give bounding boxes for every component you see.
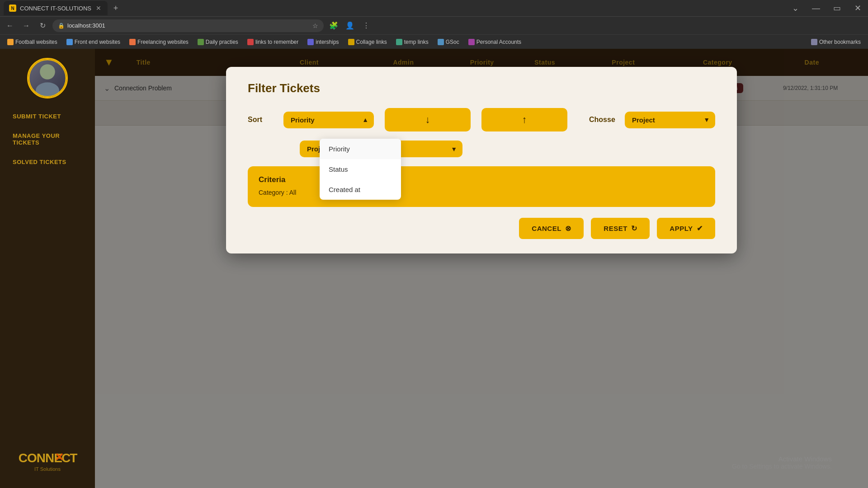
bookmark-daily[interactable]: Daily practies	[194, 37, 242, 47]
bookmark-gsoc[interactable]: GSoc	[434, 37, 463, 47]
bookmark-label: interships	[316, 39, 339, 45]
bookmark-label: Personal Accounts	[476, 39, 521, 45]
maximize-icon[interactable]: ▭	[830, 1, 844, 15]
bookmarks-bar: Football websites Front end websites Fre…	[0, 34, 868, 49]
choose-label: Chosse	[589, 116, 614, 124]
dropdown-option-status[interactable]: Status	[320, 159, 401, 179]
bookmark-temp[interactable]: temp links	[392, 37, 432, 47]
tab-favicon: N	[9, 5, 16, 12]
bookmark-label: GSoc	[446, 39, 459, 45]
svg-point-1	[36, 82, 59, 99]
minimize-icon[interactable]: —	[809, 1, 823, 15]
choose-selected-value: Project	[632, 116, 655, 124]
bookmark-favicon	[7, 39, 14, 45]
sidebar-item-manage[interactable]: MANAGE YOUR TICKETS	[5, 127, 90, 151]
tab-list-icon[interactable]: ⌄	[788, 1, 802, 15]
choose-select-wrapper: Project ▼	[625, 112, 715, 128]
bookmark-label: temp links	[404, 39, 429, 45]
bookmark-favicon	[247, 39, 254, 45]
reset-label: RESET	[604, 225, 627, 232]
sidebar-menu: SUBMIT TICKET MANAGE YOUR TICKETS SOLVED…	[0, 108, 95, 171]
sidebar-item-submit[interactable]: SUBMIT TICKET	[5, 108, 90, 125]
dropdown-option-priority[interactable]: Priority	[320, 139, 401, 159]
bookmark-label: Daily practies	[206, 39, 238, 45]
sort-select-wrapper: Priority ▲ Priority Status Created at	[283, 112, 374, 128]
forward-button[interactable]: →	[20, 19, 33, 32]
toolbar-actions: 🧩 👤 ⋮	[327, 19, 373, 32]
bookmark-favicon	[348, 39, 354, 45]
projects-row: Projects ▼	[248, 141, 715, 157]
arrow-down-icon: ↓	[425, 114, 430, 126]
bookmark-collage[interactable]: Collage links	[344, 37, 391, 47]
bookmark-football[interactable]: Football websites	[4, 37, 61, 47]
apply-button[interactable]: APPLY ✔	[657, 218, 715, 239]
main-content: ▼ Title Client Admin Priority Status Pro…	[95, 49, 868, 488]
avatar-image	[28, 59, 66, 97]
bookmark-star-icon[interactable]: ☆	[312, 22, 318, 29]
modal-overlay[interactable]: Filter Tickets Sort Priority ▲ Priority	[95, 49, 868, 488]
choose-chevron-down-icon: ▼	[703, 116, 710, 123]
bookmark-frontend[interactable]: Front end websites	[63, 37, 124, 47]
active-tab[interactable]: N CONNECT IT-SOLUTIONS ✕	[4, 1, 108, 15]
reload-button[interactable]: ↻	[36, 19, 49, 32]
logo-text: CONNE✕CT	[19, 450, 76, 465]
dropdown-option-created[interactable]: Created at	[320, 179, 401, 200]
user-avatar	[27, 58, 68, 99]
bookmark-freelancing[interactable]: Freelancing websites	[126, 37, 192, 47]
address-text: localhost:3001	[67, 22, 310, 29]
sort-label: Sort	[248, 116, 273, 124]
sort-desc-button[interactable]: ↓	[385, 108, 471, 131]
address-bar[interactable]: 🔒 localhost:3001 ☆	[52, 19, 324, 32]
tab-close-button[interactable]: ✕	[95, 5, 102, 12]
cancel-x-icon: ⊗	[565, 224, 571, 233]
bookmark-other[interactable]: Other bookmarks	[807, 37, 864, 47]
back-button[interactable]: ←	[4, 19, 16, 32]
arrow-up-icon: ↑	[522, 114, 527, 126]
bookmark-favicon	[66, 39, 73, 45]
projects-chevron-down-icon: ▼	[451, 145, 457, 153]
bookmark-label: Football websites	[15, 39, 57, 45]
sort-select[interactable]: Priority ▲	[283, 112, 374, 128]
new-tab-button[interactable]: +	[109, 2, 122, 14]
extensions-icon[interactable]: 🧩	[327, 19, 340, 32]
sort-dropdown: Priority Status Created at	[320, 139, 401, 200]
sort-selected-value: Priority	[291, 116, 315, 124]
bookmark-favicon	[811, 39, 817, 45]
profile-icon[interactable]: 👤	[344, 19, 356, 32]
reset-button[interactable]: RESET ↻	[591, 218, 650, 239]
modal-title: Filter Tickets	[248, 81, 715, 95]
menu-icon[interactable]: ⋮	[360, 19, 373, 32]
sidebar-item-solved[interactable]: SOLVED TICKETS	[5, 153, 90, 171]
modal-buttons: CANCEL ⊗ RESET ↻ APPLY ✔	[248, 218, 715, 239]
bookmark-label: Other bookmarks	[819, 39, 861, 45]
sidebar: SUBMIT TICKET MANAGE YOUR TICKETS SOLVED…	[0, 49, 95, 488]
filter-modal: Filter Tickets Sort Priority ▲ Priority	[226, 67, 737, 253]
lock-icon: 🔒	[58, 23, 65, 29]
bookmark-favicon	[396, 39, 402, 45]
titlebar-controls: ⌄ — ▭ ✕	[788, 1, 864, 15]
bookmark-label: Freelancing websites	[137, 39, 189, 45]
bookmark-label: Collage links	[356, 39, 387, 45]
browser-toolbar: ← → ↻ 🔒 localhost:3001 ☆ 🧩 👤 ⋮	[0, 16, 868, 34]
reset-icon: ↻	[631, 224, 637, 233]
bookmark-favicon	[438, 39, 444, 45]
app-container: SUBMIT TICKET MANAGE YOUR TICKETS SOLVED…	[0, 49, 868, 488]
bookmark-interships[interactable]: interships	[304, 37, 342, 47]
browser-titlebar: N CONNECT IT-SOLUTIONS ✕ + ⌄ — ▭ ✕	[0, 0, 868, 16]
close-window-icon[interactable]: ✕	[851, 1, 864, 15]
sort-asc-button[interactable]: ↑	[481, 108, 567, 131]
bookmark-favicon	[198, 39, 204, 45]
sidebar-logo: CONNE✕CT IT Solutions	[11, 443, 84, 479]
bookmark-favicon	[468, 39, 475, 45]
choose-select[interactable]: Project ▼	[625, 112, 715, 128]
bookmark-favicon	[307, 39, 314, 45]
svg-point-0	[40, 64, 55, 80]
cancel-label: CANCEL	[532, 225, 561, 232]
tab-title: CONNECT IT-SOLUTIONS	[20, 5, 91, 12]
cancel-button[interactable]: CANCEL ⊗	[519, 218, 584, 239]
bookmark-label: links to remember	[255, 39, 298, 45]
bookmark-personal[interactable]: Personal Accounts	[465, 37, 525, 47]
bookmark-links[interactable]: links to remember	[244, 37, 302, 47]
filter-row: Sort Priority ▲ Priority Status Created …	[248, 108, 715, 131]
bookmark-label: Front end websites	[75, 39, 120, 45]
